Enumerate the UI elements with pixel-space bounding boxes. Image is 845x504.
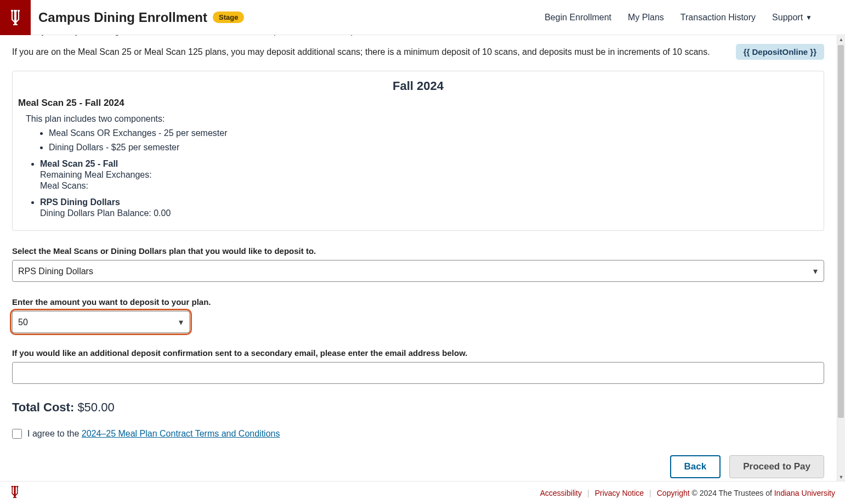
list-item: RPS Dining Dollars Dining Dollars Plan B… xyxy=(40,197,818,218)
iu-footer-logo[interactable] xyxy=(10,486,20,500)
scrollbar-track[interactable]: ▲ ▼ xyxy=(837,35,845,481)
footer-links: Accessibility | Privacy Notice | Copyrig… xyxy=(540,489,835,497)
total-cost-value: $50.00 xyxy=(77,400,114,414)
main-scroll-region: You may add to your Dining Dollars balan… xyxy=(0,35,845,481)
terms-link[interactable]: 2024–25 Meal Plan Contract Terms and Con… xyxy=(82,429,280,438)
email-label: If you would like an additional deposit … xyxy=(12,348,824,358)
agree-row: I agree to the 2024–25 Meal Plan Contrac… xyxy=(12,429,824,439)
iu-trident-icon xyxy=(10,486,20,498)
footer-copyright-link[interactable]: Copyright xyxy=(657,489,690,497)
footer-copyright-text: © 2024 The Trustees of xyxy=(690,489,774,497)
agree-prefix: I agree to the xyxy=(27,429,82,438)
total-cost-label: Total Cost: xyxy=(12,400,74,414)
term-card: Fall 2024 Meal Scan 25 - Fall 2024 This … xyxy=(12,71,824,231)
iu-trident-icon xyxy=(9,10,21,25)
term-title: Fall 2024 xyxy=(18,79,818,93)
list-item: Meal Scans OR Exchanges - 25 per semeste… xyxy=(49,128,818,138)
app-title: Campus Dining Enrollment xyxy=(38,10,207,25)
back-button[interactable]: Back xyxy=(670,455,721,478)
sub-plan-line: Meal Scans: xyxy=(40,181,818,191)
scroll-up-arrow-icon[interactable]: ▲ xyxy=(837,35,845,43)
nav-transaction-history[interactable]: Transaction History xyxy=(680,13,756,22)
sub-plan-line: Dining Dollars Plan Balance: 0.00 xyxy=(40,208,818,218)
sub-plan-line: Remaining Meal Exchanges: xyxy=(40,170,818,180)
separator: | xyxy=(587,489,589,497)
agree-checkbox[interactable] xyxy=(12,429,22,439)
intro-line-2: If you are on the Meal Scan 25 or Meal S… xyxy=(12,47,710,57)
list-item: Meal Scan 25 - Fall Remaining Meal Excha… xyxy=(40,159,818,191)
amount-select[interactable]: 50 xyxy=(12,311,190,333)
plan-intro: This plan includes two components: xyxy=(26,114,818,124)
footer: Accessibility | Privacy Notice | Copyrig… xyxy=(0,481,845,504)
nav-support[interactable]: Support ▼ xyxy=(772,13,812,22)
separator: | xyxy=(649,489,651,497)
footer-privacy-link[interactable]: Privacy Notice xyxy=(595,489,644,497)
main-content: You may add to your Dining Dollars balan… xyxy=(0,35,836,481)
secondary-email-input[interactable] xyxy=(12,362,824,384)
intro-line-1: You may add to your Dining Dollars balan… xyxy=(12,35,824,36)
list-item: Dining Dollars - $25 per semester xyxy=(49,143,818,152)
nav-begin-enrollment[interactable]: Begin Enrollment xyxy=(545,13,611,22)
nav-my-plans[interactable]: My Plans xyxy=(628,13,664,22)
footer-accessibility-link[interactable]: Accessibility xyxy=(540,489,582,497)
stage-badge: Stage xyxy=(213,12,244,23)
plan-select-label: Select the Meal Scans or Dining Dollars … xyxy=(12,246,824,256)
sub-plan-name: RPS Dining Dollars xyxy=(40,197,818,207)
plan-select-wrap: RPS Dining Dollars ▾ xyxy=(12,260,824,282)
total-cost-row: Total Cost: $50.00 xyxy=(12,400,824,415)
deposit-online-button[interactable]: {{ DepositOnline }} xyxy=(736,44,824,60)
footer-iu-link[interactable]: Indiana University xyxy=(774,489,835,497)
amount-label: Enter the amount you want to deposit to … xyxy=(12,297,824,307)
sub-plans-list: Meal Scan 25 - Fall Remaining Meal Excha… xyxy=(40,159,818,218)
top-nav: Begin Enrollment My Plans Transaction Hi… xyxy=(545,13,845,22)
proceed-button[interactable]: Proceed to Pay xyxy=(729,455,824,478)
sub-plan-name: Meal Scan 25 - Fall xyxy=(40,159,818,169)
chevron-down-icon: ▼ xyxy=(806,14,812,21)
scroll-down-arrow-icon[interactable]: ▼ xyxy=(837,473,845,481)
plan-name: Meal Scan 25 - Fall 2024 xyxy=(18,98,818,109)
button-row: Back Proceed to Pay xyxy=(12,455,824,478)
iu-logo[interactable] xyxy=(0,0,31,35)
amount-select-wrap: 50 ▾ xyxy=(12,311,190,333)
plan-select[interactable]: RPS Dining Dollars xyxy=(12,260,824,282)
nav-support-label: Support xyxy=(772,13,803,22)
scrollbar-thumb[interactable] xyxy=(838,45,844,418)
components-list: Meal Scans OR Exchanges - 25 per semeste… xyxy=(49,128,818,152)
header: Campus Dining Enrollment Stage Begin Enr… xyxy=(0,0,845,35)
